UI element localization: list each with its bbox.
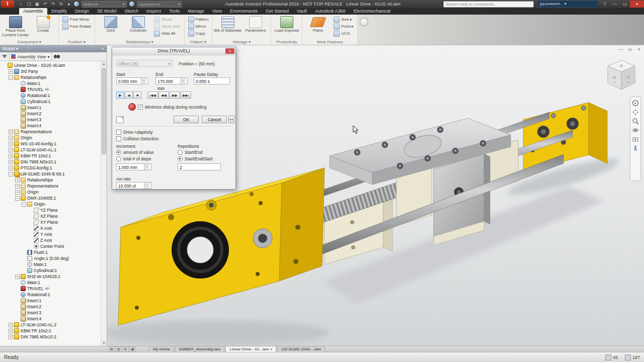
tree-item-rotational-1[interactable]: Rotational:1: [0, 93, 101, 99]
step-back-button[interactable]: ◀◀: [158, 92, 169, 99]
customize-panel-button[interactable]: [360, 18, 368, 26]
tree-item-insert-1[interactable]: Insert:1: [0, 105, 101, 111]
ribbon-group-label[interactable]: Component ▾: [0, 39, 58, 45]
scrollbar-thumb[interactable]: [102, 68, 106, 154]
tree-expander-icon[interactable]: +: [9, 69, 13, 74]
tree-item-angle-1-0-00-deg[interactable]: Angle:1 (0.00 deg): [0, 255, 101, 261]
create-button[interactable]: Create: [29, 15, 57, 33]
tree-item-lt-slw-1040-al-2[interactable]: +LT-SLW-1040-AL:2: [0, 322, 101, 328]
tree-item-mate-1[interactable]: Mate:1: [0, 280, 101, 286]
tree-item-insert-2[interactable]: Insert:2: [0, 111, 101, 117]
tree-item-ptgsg-konfig-1[interactable]: +PTGSG-konfig:1: [0, 165, 101, 171]
tree-item-origin[interactable]: −Origin: [0, 201, 101, 207]
inventor-logo-icon[interactable]: I: [1, 1, 14, 8]
end-flyout-icon[interactable]: ›: [180, 78, 186, 84]
tree-expander-icon[interactable]: +: [9, 335, 13, 339]
tree-item-relationships[interactable]: −Relationships: [0, 74, 101, 80]
step-forward-button[interactable]: ▶▶: [170, 92, 180, 99]
zoom-icon[interactable]: [632, 118, 639, 125]
ribbon-tab-design[interactable]: Design: [71, 8, 93, 15]
drive-adaptivity-checkbox[interactable]: [116, 130, 121, 135]
tree-item-center-point[interactable]: Center Point: [0, 243, 101, 249]
scroll-down-icon[interactable]: ▼: [101, 340, 107, 346]
play-forward-button[interactable]: ▶: [116, 92, 124, 99]
avi-flyout-icon[interactable]: ›: [144, 183, 149, 189]
end-input[interactable]: 170.000 mm ›: [155, 77, 188, 84]
tree-expander-icon[interactable]: +: [15, 184, 20, 189]
search-input[interactable]: Search Help & Commands...: [443, 1, 534, 8]
point-button[interactable]: Point ▸: [333, 23, 354, 30]
tree-item-insert-2[interactable]: Insert:2: [0, 304, 101, 310]
go-to-end-button[interactable]: ▶▶|: [181, 92, 191, 99]
mirror-button[interactable]: Mirror: [187, 23, 210, 30]
ribbon-tab-autodesk-a360[interactable]: Autodesk A360: [311, 8, 350, 15]
help-icon[interactable]: ?: [600, 1, 610, 8]
ribbon-group-label[interactable]: Manage ▾: [212, 39, 271, 45]
ribbon-group-label[interactable]: Productivity: [271, 39, 302, 45]
dialog-close-icon[interactable]: ×: [225, 48, 234, 54]
ribbon-tab-environments[interactable]: Environments: [226, 8, 262, 15]
save-icon[interactable]: ▣: [33, 1, 41, 8]
tree-item-3rd-party[interactable]: +3rd Party: [0, 68, 101, 74]
redo-icon[interactable]: ↷: [49, 1, 57, 8]
orbit-icon[interactable]: [632, 127, 639, 134]
collision-detection-checkbox[interactable]: [116, 136, 121, 141]
browser-header[interactable]: Model ▾ +: [0, 45, 107, 52]
ribbon-tab-electromechanical[interactable]: Electromechanical: [350, 8, 395, 15]
start-end-start-radio[interactable]: [178, 156, 183, 161]
tree-item-xy-plane[interactable]: XY Plane: [0, 219, 101, 225]
doc-bar-icon-1[interactable]: ▤: [108, 346, 115, 352]
tree-scrollbar[interactable]: ▲ ▼: [101, 61, 107, 346]
doc-tab-ember-assembly-iam[interactable]: EMBER_Assembly.iam: [175, 346, 224, 352]
pattern-button[interactable]: Pattern: [187, 16, 210, 23]
tree-item-cylindrical-1[interactable]: Cylindrical:1: [0, 267, 101, 274]
view-cube[interactable]: [604, 56, 639, 97]
tree-item-rotational-1[interactable]: Rotational:1: [0, 292, 101, 298]
tree-item-dmx-104005-1[interactable]: −DMX-104005:1: [0, 195, 101, 201]
tree-expander-icon[interactable]: +: [9, 136, 13, 140]
axis-button[interactable]: Axis ▸: [333, 16, 354, 23]
walk-icon[interactable]: [632, 145, 639, 152]
ribbon-group-label[interactable]: Pattern ▾: [185, 39, 212, 45]
select-icon[interactable]: ▸: [65, 1, 73, 8]
increment-input[interactable]: 1.000 mm ›: [116, 163, 151, 170]
tree-expander-icon[interactable]: +: [15, 275, 20, 279]
tree-item-origin[interactable]: +Origin: [0, 135, 101, 141]
ribbon-tab-simplify[interactable]: Simplify: [47, 8, 71, 15]
look-at-icon[interactable]: [632, 136, 639, 143]
tree-item-shz-w-104015-1[interactable]: +SHZ-W-104015:1: [0, 274, 101, 280]
tree-item-representations[interactable]: +Representations: [0, 183, 101, 189]
pan-icon[interactable]: [632, 109, 639, 116]
tree-item-kbm-tr-10x2-2[interactable]: +KBM-TR 10x2:2: [0, 328, 101, 334]
home-icon[interactable]: ⌂: [17, 1, 25, 8]
minimize-recording-checkbox[interactable]: ✓: [138, 105, 143, 110]
start-end-radio[interactable]: [178, 150, 183, 155]
doc-tab-lw-slwe-1040-iam[interactable]: LW-SLWE-1040-...iam: [277, 346, 325, 352]
sign-in-menu[interactable]: jay.tedesch... ▾: [537, 1, 598, 8]
tree-item-kbm-tr-10x2-1[interactable]: +KBM-TR 10x2:1: [0, 153, 101, 159]
material-combo[interactable]: Material▾: [82, 1, 127, 8]
doc-tab-my-home[interactable]: My Home: [149, 346, 174, 352]
scroll-up-icon[interactable]: ▲: [101, 61, 107, 67]
tree-item-travel[interactable]: TRAVEL +/-: [0, 286, 101, 292]
tree-expander-icon[interactable]: −: [15, 196, 20, 201]
tree-item-xz-plane[interactable]: XZ Plane: [0, 213, 101, 219]
collapse-dialog-button[interactable]: <<: [228, 116, 234, 123]
ribbon-tab-inspect[interactable]: Inspect: [142, 8, 165, 15]
offset-combo[interactable]: Offset (26) ▾: [116, 60, 173, 67]
tree-expander-icon[interactable]: +: [9, 148, 13, 152]
stop-button[interactable]: ■: [133, 92, 141, 99]
tree-expander-icon[interactable]: +: [15, 178, 20, 183]
tree-expander-icon[interactable]: +: [15, 190, 20, 195]
tree-expander-icon[interactable]: −: [22, 202, 26, 207]
tree-item-insert-4[interactable]: Insert:4: [0, 123, 101, 129]
tree-item-mate-1[interactable]: Mate:1: [0, 261, 101, 267]
total-steps-radio[interactable]: [116, 156, 121, 161]
tree-item-y-axis[interactable]: Y Axis: [0, 231, 101, 237]
tree-item-ws-10-40-konfig-1[interactable]: +WS-10-40-konfig:1: [0, 141, 101, 147]
tree-item-lt-slw-1040-al-1[interactable]: +LT-SLW-1040-AL:1: [0, 147, 101, 153]
constrain-button[interactable]: Constrain: [124, 15, 152, 33]
free-move-button[interactable]: Free Move: [61, 16, 92, 23]
tree-item-insert-4[interactable]: Insert:4: [0, 316, 101, 322]
tree-expander-icon[interactable]: +: [9, 160, 13, 164]
